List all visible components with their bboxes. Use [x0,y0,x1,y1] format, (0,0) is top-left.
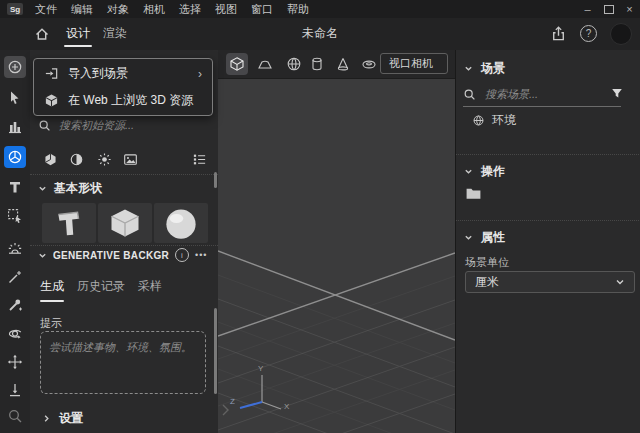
drop-to-ground-tool[interactable] [4,379,26,401]
prompt-textarea[interactable] [40,331,206,394]
geometry-tool[interactable] [4,146,26,168]
generative-tabs: 生成 历史记录 采样 [40,278,162,302]
folder-icon [465,186,482,201]
image-icon [123,152,138,167]
primitive-cone-button[interactable] [332,53,354,75]
assets-search-input[interactable] [57,118,210,132]
primitive-cylinder-button[interactable] [306,53,328,75]
magic-wand-tool[interactable] [4,266,26,288]
shape-thumb-cube[interactable] [98,203,152,243]
scene-title: 场景 [481,60,505,77]
cursor-icon [7,90,23,106]
scrollbar-thumb[interactable] [214,172,217,188]
add-asset-button[interactable] [4,56,26,78]
marquee-icon [7,207,23,223]
menu-edit[interactable]: 编辑 [64,2,100,17]
primitive-sphere-button[interactable] [283,53,305,75]
text-tool[interactable] [4,176,26,198]
light-rays-icon [7,240,23,256]
magic-wand-icon [7,269,23,285]
camera-select[interactable]: 视口相机 [380,53,448,74]
tab-generate-label: 生成 [40,279,64,293]
basic-shapes-header[interactable]: 基本形状 [38,180,102,197]
marquee-select-tool[interactable] [4,204,26,226]
properties-section-header[interactable]: 属性 [464,229,505,246]
menu-camera[interactable]: 相机 [136,2,172,17]
primitive-cube-button[interactable] [226,53,248,75]
tab-render[interactable]: 渲染 [101,18,129,49]
more-options-icon[interactable]: ••• [195,250,207,260]
settings-section-header[interactable]: 设置 [42,410,83,427]
tab-sample-label: 采样 [138,279,162,293]
move-tool[interactable] [4,351,26,373]
shape-thumb-sphere[interactable] [154,203,208,243]
filter-button[interactable] [608,84,626,102]
axis-label-y: Y [258,364,263,373]
drop-arrow-icon [7,382,23,398]
camera-select-value: 视口相机 [389,56,433,71]
tab-design[interactable]: 设计 [64,18,92,49]
tab-history[interactable]: 历史记录 [77,278,125,302]
viewport-3d[interactable]: Y X Z 视口相机 [218,50,455,433]
ground-grid [218,78,455,433]
list-view-button[interactable] [190,150,208,168]
tab-sample[interactable]: 采样 [138,278,162,302]
close-button[interactable]: × [619,0,640,18]
tab-generate[interactable]: 生成 [40,278,64,302]
scene-item-environment[interactable]: 环境 [472,112,516,129]
menu-object[interactable]: 对象 [100,2,136,17]
3d-model-icon [43,152,58,167]
scene-section-header[interactable]: 场景 [464,60,505,77]
info-icon[interactable]: i [175,248,189,262]
viewport-toolbar: 视口相机 [218,50,455,79]
properties-title: 属性 [481,229,505,246]
scene-unit-select[interactable]: 厘米 [465,271,635,293]
panel-collapse-arrow[interactable] [220,402,230,418]
assets-search[interactable] [38,116,210,134]
material-filter-button[interactable] [67,150,85,168]
menu-window[interactable]: 窗口 [244,2,280,17]
menu-item-import-to-scene[interactable]: 导入到场景 › [34,60,212,87]
scene-search[interactable] [463,82,621,107]
menu-file[interactable]: 文件 [28,2,64,17]
light-filter-button[interactable] [95,150,113,168]
avatar[interactable] [610,23,632,45]
move-arrows-icon [7,354,23,370]
eyedropper-tool[interactable] [4,294,26,316]
menu-help[interactable]: 帮助 [280,2,316,17]
3d-model-filter-button[interactable] [41,150,59,168]
environment-light-tool[interactable] [4,237,26,259]
menu-select[interactable]: 选择 [172,2,208,17]
shelf-tool[interactable] [4,116,26,138]
shape-thumb-text[interactable] [42,203,96,243]
panel-divider [30,174,218,175]
image-filter-button[interactable] [121,150,139,168]
primitive-plane-button[interactable] [254,53,276,75]
scene-panel: 场景 环境 操作 属性 场景单位 厘米 [455,50,640,433]
scrollbar-thumb[interactable] [214,308,217,394]
maximize-button[interactable] [598,0,619,18]
cube-icon [229,56,245,72]
search-icon [463,88,476,101]
search-icon [38,119,51,132]
document-title: 未命名 [302,18,338,49]
panel-divider [456,154,640,155]
minimize-button[interactable]: – [577,0,598,18]
home-button[interactable] [32,24,52,44]
select-tool[interactable] [4,87,26,109]
zoom-tool[interactable] [4,405,26,427]
menu-item-browse-3d-assets[interactable]: 在 Web 上浏览 3D 资源 [34,87,212,114]
open-folder-button[interactable] [465,186,482,201]
window-controls: – × [577,0,640,18]
primitive-torus-button[interactable] [358,53,380,75]
actions-section-header[interactable]: 操作 [464,163,505,180]
orbit-tool[interactable] [4,322,26,344]
generative-background-header[interactable]: GENERATIVE BACKGROUND i ••• [38,247,210,263]
menu-view[interactable]: 视图 [208,2,244,17]
share-icon[interactable] [550,25,567,42]
filter-funnel-icon [610,86,624,100]
scene-search-input[interactable] [483,87,621,101]
help-button[interactable]: ? [580,25,597,42]
chevron-down-icon [464,233,473,242]
plane-icon [257,56,273,72]
